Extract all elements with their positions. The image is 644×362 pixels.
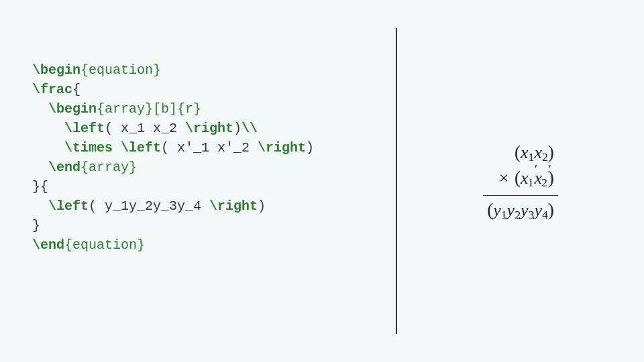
num-row-1: (x1x2) xyxy=(487,140,554,166)
var-y: y xyxy=(493,200,501,220)
sub-1: 1 xyxy=(529,150,535,164)
tok-left: \left xyxy=(121,140,161,156)
tok-brace: } xyxy=(32,218,40,233)
var-y: y xyxy=(521,200,529,220)
prime: ′ xyxy=(548,161,551,178)
numerator: (x1x2) × (x′1x′2) xyxy=(483,140,558,196)
tok-txt: ( x_1 x_2 xyxy=(105,121,185,136)
tok-sp xyxy=(113,140,121,156)
rparen: ) xyxy=(548,142,554,162)
tok-left: \left xyxy=(48,198,89,214)
sub-2: 2 xyxy=(541,176,547,189)
sub-2: 2 xyxy=(515,208,521,221)
fraction: (x1x2) × (x′1x′2) (y1y2y3y4) xyxy=(483,140,558,223)
sub-4: 4 xyxy=(542,208,548,221)
tok-env: {array} xyxy=(97,101,153,117)
tok-end: \end xyxy=(48,160,80,175)
code-pane: \begin{equation} \frac{ \begin{array}[b]… xyxy=(0,0,396,362)
tok-env: {equation} xyxy=(80,62,161,78)
var-x: x xyxy=(521,168,529,188)
var-y: y xyxy=(507,200,515,220)
tok-txt: ( x'_1 x'_2 xyxy=(161,140,258,156)
times-symbol: × xyxy=(499,168,511,188)
lparen: ( xyxy=(487,200,493,220)
tok-env: {array} xyxy=(80,160,137,175)
tok-begin: \begin xyxy=(32,62,80,78)
var-y: y xyxy=(534,200,542,220)
lparen: ( xyxy=(515,168,521,188)
latex-code: \begin{equation} \frac{ \begin{array}[b]… xyxy=(32,60,382,255)
output-pane: (x1x2) × (x′1x′2) (y1y2y3y4) xyxy=(397,0,644,362)
lparen: ( xyxy=(515,142,521,162)
sub-3: 3 xyxy=(529,208,535,221)
tok-braces: }{ xyxy=(32,179,48,194)
tok-begin: \begin xyxy=(48,101,97,117)
tok-frac: \frac xyxy=(32,82,72,97)
tok-brace: { xyxy=(72,82,80,97)
tok-left: \left xyxy=(64,121,105,136)
tok-right: \right xyxy=(185,121,233,136)
tok-right: \right xyxy=(258,140,306,156)
tok-times: \times xyxy=(64,140,113,156)
var-x-prime: x′2 xyxy=(534,168,547,188)
tok-env: {equation} xyxy=(64,237,145,253)
tok-right: \right xyxy=(209,198,258,214)
tok-opt: [b] xyxy=(153,101,177,117)
tok-arg: {r} xyxy=(177,101,201,117)
tok-txt: ( y_1y_2y_3y_4 xyxy=(89,198,209,214)
num-row-2: × (x′1x′2) xyxy=(487,166,554,191)
sub-2: 2 xyxy=(542,150,548,164)
var-x: x xyxy=(534,143,542,162)
rendered-equation: (x1x2) × (x′1x′2) (y1y2y3y4) xyxy=(483,140,558,223)
var-x: x xyxy=(521,143,529,162)
tok-end: \end xyxy=(32,237,64,253)
sub-1: 1 xyxy=(528,176,534,189)
tok-txt: ) xyxy=(258,198,266,214)
sub-1: 1 xyxy=(501,208,507,221)
rparen: ) xyxy=(548,200,554,220)
var-x-prime: x′1 xyxy=(521,168,534,188)
tok-txt: ) xyxy=(306,140,314,156)
tok-txt: ) xyxy=(233,121,241,136)
denominator: (y1y2y3y4) xyxy=(483,195,558,222)
tok-linebreak: \\ xyxy=(241,121,258,136)
